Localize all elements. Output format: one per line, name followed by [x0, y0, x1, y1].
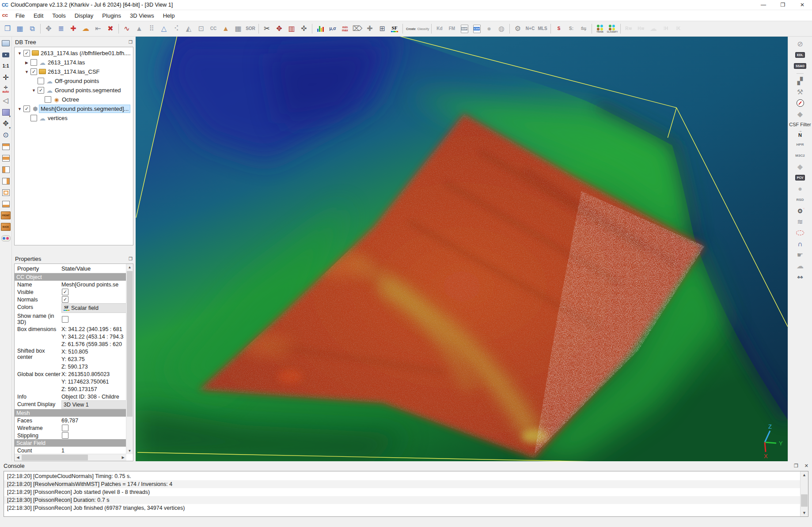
property-value[interactable] [61, 424, 126, 432]
expander-down-icon[interactable]: ▼ [30, 88, 37, 93]
menu-plugins[interactable]: Plugins [98, 11, 125, 21]
pick-points[interactable]: ✜ [298, 23, 310, 35]
rotate-view[interactable]: ◁ [0, 95, 11, 106]
3d-view-1[interactable]: Z Y X [136, 37, 788, 461]
save[interactable]: ▦ [14, 23, 26, 35]
qtreeiso[interactable]: ♣♣ [794, 271, 806, 282]
merge-clouds[interactable]: ☁ [80, 23, 92, 35]
qcloud-layers[interactable]: ☁ [794, 260, 806, 271]
compute-octree[interactable]: ⠿ [146, 23, 158, 35]
open[interactable]: ❒ [2, 23, 14, 35]
visibility-checkbox[interactable]: ✓ [38, 87, 44, 94]
view-left[interactable] [0, 164, 11, 175]
scroll-up-icon[interactable]: ▲ [126, 264, 133, 271]
align[interactable]: CC [208, 23, 220, 35]
value-checkbox[interactable]: ✓ [62, 296, 68, 303]
properties-vscrollbar[interactable]: ▲ ▼ [126, 264, 133, 454]
fine-registration[interactable]: ▲ [220, 23, 232, 35]
qfacets[interactable]: ◆ [794, 109, 806, 120]
view-right[interactable] [0, 175, 11, 187]
visibility-checkbox[interactable] [30, 115, 37, 121]
zoom-view[interactable]: ⊙ [0, 129, 11, 141]
ssao-shader[interactable]: SSAO [794, 60, 806, 72]
segment[interactable]: ✂ [261, 23, 273, 35]
scroll-down-icon[interactable]: ▼ [126, 448, 133, 454]
plugins-gear[interactable]: ⚙ [512, 23, 524, 35]
spline-sample[interactable]: S: [565, 23, 577, 35]
masc-train[interactable]: TRAIN [594, 23, 606, 35]
console-scroll-down-icon[interactable]: ▼ [801, 509, 808, 516]
value-checkbox[interactable]: ✓ [62, 289, 68, 295]
menu-file[interactable]: File [11, 11, 29, 21]
qcolorimetric[interactable]: ☛ [794, 249, 806, 260]
no-gl-filter[interactable]: ⊘ [794, 38, 806, 49]
property-value[interactable]: ✓ [61, 288, 126, 296]
sample-points[interactable]: ⠪ [171, 23, 182, 35]
translate-rotate[interactable]: ✥ [273, 23, 285, 35]
scroll-right-icon[interactable]: ▶ [120, 454, 126, 461]
qm3c2[interactable]: M3C2 [794, 150, 806, 161]
sor-filter[interactable]: SOR [245, 23, 257, 35]
qellipser[interactable] [794, 227, 806, 238]
value-checkbox[interactable] [62, 425, 68, 431]
subsample[interactable]: ▦ [232, 23, 244, 35]
expander-down-icon[interactable]: ▼ [16, 107, 23, 111]
tree-item-ground-points-segmented[interactable]: ▼✓☁Ground points.segmented [15, 86, 133, 95]
close-button[interactable]: ✕ [793, 0, 812, 10]
tree-item-2613-1174-las-csf[interactable]: ▼✓2613_1174.las_CSF [15, 67, 133, 76]
console-vscrollbar[interactable]: ▲ ▼ [800, 471, 808, 516]
clone[interactable]: ✚ [68, 23, 80, 35]
console-float-icon[interactable]: ❐ [794, 463, 798, 469]
tree-item-off-ground-points[interactable]: ☁Off-ground points [15, 76, 133, 86]
properties-vscroll-thumb[interactable] [127, 271, 133, 417]
property-value[interactable]: 3D View 1 [61, 400, 126, 409]
expander-right-icon[interactable]: ▶ [23, 60, 30, 65]
trace-polyline[interactable]: ∿ [121, 23, 133, 35]
qmasonry[interactable]: ∩ [794, 238, 806, 249]
properties-list[interactable]: ≣ [55, 23, 67, 35]
qhough-normals[interactable]: ⚙⁖ [794, 205, 806, 216]
normals-curvature[interactable]: N+C [524, 23, 536, 35]
mls-smoothing[interactable]: MLS [537, 23, 549, 35]
view-bottom[interactable] [0, 198, 11, 210]
tree-item-octree[interactable]: ◉Octree [15, 95, 133, 104]
panel-splitter[interactable] [12, 245, 136, 254]
menu-help[interactable]: Help [159, 11, 179, 21]
visibility-checkbox[interactable]: ✓ [23, 105, 30, 112]
cross-section[interactable]: ▥ [286, 23, 298, 35]
display-dropdown[interactable]: 3D View 1 [61, 400, 126, 409]
mirror-cloud[interactable]: ⇋ [578, 23, 590, 35]
plugin-k[interactable]: ⁞K [672, 23, 684, 35]
expander-down-icon[interactable]: ▼ [23, 70, 30, 74]
expander-down-icon[interactable]: ▼ [16, 51, 23, 56]
screenshot[interactable] [0, 49, 11, 60]
view-back[interactable] [0, 187, 11, 198]
gaussian-filter[interactable]: μ,σ [327, 23, 339, 35]
tree-item-2613-1174-las[interactable]: ▶☁2613_1174.las [15, 58, 133, 67]
console-scroll-up-icon[interactable]: ▲ [801, 471, 808, 478]
stereo-mode[interactable] [0, 233, 11, 244]
export-csv[interactable]: CSV [471, 23, 483, 35]
delete-scalar-field[interactable]: ⌦ [352, 23, 364, 35]
export-shp[interactable]: SHP [459, 23, 471, 35]
display-options[interactable] [0, 38, 11, 49]
qpoisson[interactable]: ● [794, 183, 806, 194]
view-top[interactable] [0, 141, 11, 152]
interpolate[interactable]: ⊡ [195, 23, 207, 35]
spline-fit[interactable]: S [553, 23, 565, 35]
menu-edit[interactable]: Edit [29, 11, 48, 21]
animation[interactable]: ▞ [794, 75, 806, 87]
edl-shader[interactable]: EDL [794, 49, 806, 60]
property-value[interactable]: SFScalar field [61, 303, 126, 313]
qsections[interactable]: ≋ [794, 216, 806, 227]
scroll-left-icon[interactable]: ◀ [15, 454, 21, 461]
canupo-classify[interactable]: Classify [417, 23, 429, 35]
visibility-checkbox[interactable] [30, 59, 37, 66]
qbroom[interactable]: ⚒ [794, 87, 806, 98]
visibility-checkbox[interactable]: ✓ [30, 68, 37, 75]
zoom-1-1[interactable]: 1:1 [0, 60, 11, 72]
console-close-icon[interactable]: ✕ [804, 463, 808, 469]
properties-hscrollbar[interactable]: ◀ ▶ [15, 454, 126, 461]
auto-pick-center[interactable]: ✛auto [0, 83, 11, 95]
menu-3d-views[interactable]: 3D Views [125, 11, 159, 21]
